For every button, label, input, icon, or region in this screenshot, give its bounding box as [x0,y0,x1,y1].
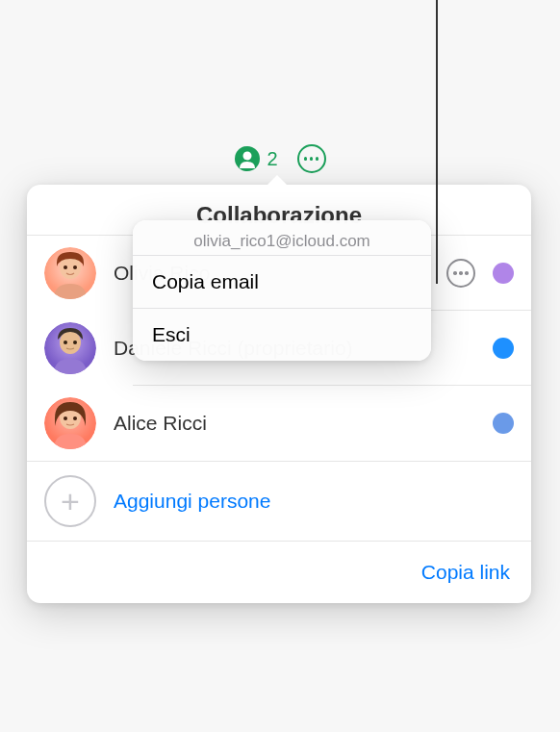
callout-line [436,0,438,284]
popover-footer: Copia link [27,542,531,603]
avatar [44,247,96,299]
ellipsis-icon [304,157,319,161]
context-menu-email: olivia_rico1@icloud.com [133,220,431,255]
add-people-label: Aggiungi persone [114,490,270,513]
more-toolbar-button[interactable] [297,144,326,173]
context-menu: olivia_rico1@icloud.com Copia email Esci [133,220,431,361]
svg-point-7 [60,331,81,354]
svg-point-5 [73,265,77,269]
person-icon [234,145,261,172]
presence-dot [493,413,514,434]
svg-point-1 [243,152,252,161]
ellipsis-icon [453,271,469,275]
svg-point-8 [64,341,67,344]
presence-dot [493,338,514,359]
participant-more-button[interactable] [446,259,475,288]
copy-link-button[interactable]: Copia link [421,561,510,584]
toolbar: 2 [0,139,560,178]
context-menu-leave[interactable]: Esci [133,308,431,361]
add-people-row[interactable]: + Aggiungi persone [27,461,531,542]
collaboration-toolbar-button[interactable]: 2 [234,145,277,172]
participant-row[interactable]: Alice Ricci [27,386,531,461]
avatar [44,397,96,449]
presence-dot [493,263,514,284]
context-menu-copy-email[interactable]: Copia email [133,255,431,308]
svg-point-9 [73,341,77,344]
svg-point-13 [73,416,77,420]
avatar [44,322,96,374]
participant-name: Alice Ricci [114,412,475,435]
plus-icon: + [44,475,96,527]
participant-count: 2 [267,148,277,170]
svg-point-12 [64,416,67,420]
svg-point-4 [64,265,67,269]
